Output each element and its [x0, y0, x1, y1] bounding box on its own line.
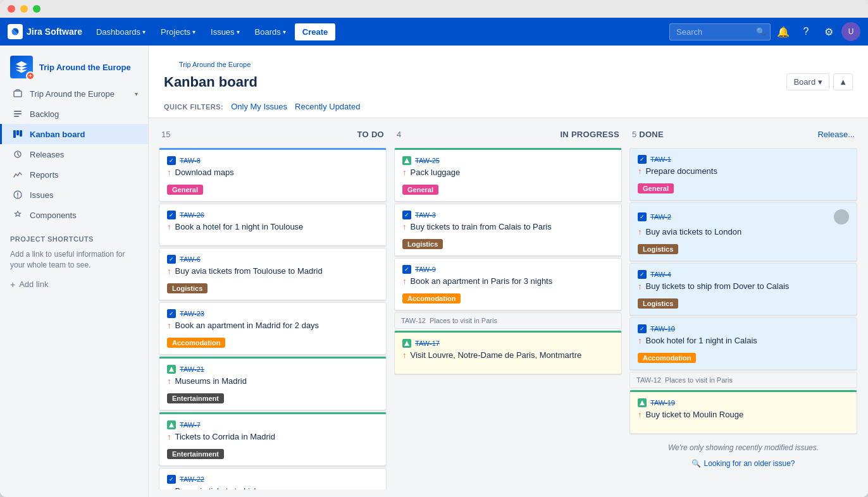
- taw2-avatar: [834, 209, 849, 224]
- issues-caret: ▾: [237, 28, 240, 35]
- sidebar-item-releases[interactable]: Releases: [0, 144, 148, 164]
- taw4-label: Logistics: [638, 298, 678, 309]
- projects-nav-btn[interactable]: Projects ▾: [154, 23, 202, 40]
- release-link[interactable]: Release...: [817, 130, 855, 139]
- card-taw7[interactable]: TAW-7 ↑ Tickets to Corrida in Madrid Ent…: [159, 412, 387, 466]
- boards-nav-btn[interactable]: Boards ▾: [249, 23, 292, 40]
- sidebar-project-header[interactable]: Trip Around the Europe: [0, 46, 148, 83]
- taw1-label: General: [638, 183, 674, 193]
- taw7-title: Tickets to Corrida in Madrid: [175, 432, 275, 441]
- taw22-title: Buy avia tickets to Lisbon: [175, 486, 268, 489]
- taw22-id[interactable]: TAW-22: [180, 476, 204, 483]
- taw25-label: General: [402, 185, 438, 195]
- taw7-id[interactable]: TAW-7: [180, 421, 201, 429]
- trip-label: Trip Around the Europe: [30, 89, 115, 99]
- taw19-title: Buy ticket to Moulin Rouge: [646, 410, 744, 419]
- add-link-btn[interactable]: + Add link: [0, 276, 148, 293]
- search-input[interactable]: [669, 23, 771, 40]
- nav-logo[interactable]: Jira Software: [8, 24, 82, 39]
- svg-rect-1: [14, 111, 22, 112]
- projects-label: Projects: [161, 27, 190, 37]
- card-taw26[interactable]: TAW-26 ↑ Book a hotel for 1 night in Tou…: [159, 204, 387, 246]
- quick-filters: QUICK FILTERS: Only My Issues Recently U…: [164, 95, 853, 118]
- sidebar-item-backlog[interactable]: Backlog: [0, 104, 148, 124]
- taw6-priority-icon: ↑: [167, 266, 171, 276]
- taw2-id[interactable]: TAW-2: [650, 213, 671, 221]
- kanban-board: 15 To Do TAW-8 ↑ Download maps: [149, 118, 868, 497]
- reports-label: Reports: [30, 170, 59, 180]
- card-taw23[interactable]: TAW-23 ↑ Book an apartment in Madrid for…: [159, 302, 387, 355]
- card-taw1[interactable]: TAW-1 ↑ Prepare documents General: [629, 148, 857, 200]
- card-taw8[interactable]: TAW-8 ↑ Download maps General: [159, 148, 387, 202]
- taw2-title: Buy avia tickets to London: [646, 227, 742, 236]
- sidebar-item-issues[interactable]: Issues: [0, 185, 148, 205]
- help-btn[interactable]: ?: [796, 21, 816, 42]
- card-taw3[interactable]: TAW-3 ↑ Buy tickets to train from Calais…: [394, 204, 622, 256]
- col-done-count: 5: [632, 130, 636, 139]
- filter-recently-updated-btn[interactable]: Recently Updated: [295, 101, 360, 113]
- taw21-id[interactable]: TAW-21: [180, 365, 204, 373]
- dashboards-nav-btn[interactable]: Dashboards ▾: [90, 23, 152, 40]
- taw6-id[interactable]: TAW-6: [180, 255, 201, 263]
- card-taw25[interactable]: TAW-25 ↑ Pack luggage General: [394, 148, 622, 202]
- minimize-dot[interactable]: [20, 5, 28, 13]
- user-avatar[interactable]: U: [841, 22, 860, 41]
- issues-nav-btn[interactable]: Issues ▾: [204, 23, 246, 40]
- card-taw19[interactable]: TAW-19 ↑ Buy ticket to Moulin Rouge: [629, 390, 857, 434]
- swimlane-inprogress-paris[interactable]: TAW-12 Places to visit in Paris: [394, 312, 622, 329]
- taw23-id[interactable]: TAW-23: [180, 310, 204, 317]
- sidebar-item-kanban[interactable]: Kanban board: [0, 124, 148, 144]
- dashboards-caret: ▾: [142, 28, 146, 35]
- taw1-id[interactable]: TAW-1: [650, 156, 671, 163]
- older-issues-link[interactable]: 🔍 Looking for an older issue?: [629, 459, 857, 468]
- sidebar-item-components[interactable]: Components: [0, 205, 148, 225]
- notifications-btn[interactable]: 🔔: [773, 21, 793, 42]
- card-taw6[interactable]: TAW-6 ↑ Buy avia tickets from Toulouse t…: [159, 248, 387, 300]
- card-taw4[interactable]: TAW-4 ↑ Buy tickets to ship from Dover t…: [629, 263, 857, 316]
- reports-icon: [12, 169, 23, 180]
- taw4-id[interactable]: TAW-4: [650, 271, 671, 278]
- card-taw9[interactable]: TAW-9 ↑ Book an apartment in Paris for 3…: [394, 258, 622, 310]
- components-label: Components: [30, 211, 77, 220]
- backlog-label: Backlog: [30, 109, 59, 119]
- taw3-id[interactable]: TAW-3: [415, 211, 436, 219]
- card-taw17[interactable]: TAW-17 ↑ Visit Louvre, Notre-Dame de Par…: [394, 331, 622, 374]
- card-taw10[interactable]: TAW-10 ↑ Book hotel for 1 night in Calai…: [629, 317, 857, 370]
- sidebar-item-trip[interactable]: Trip Around the Europe ▾: [0, 83, 148, 104]
- taw26-id[interactable]: TAW-26: [180, 211, 204, 219]
- trip-icon: [12, 88, 23, 99]
- breadcrumb-project-link[interactable]: Trip Around the Europe: [179, 61, 251, 68]
- taw6-check-icon: [167, 255, 176, 264]
- taw17-title: Visit Louvre, Notre-Dame de Paris, Montm…: [411, 350, 582, 360]
- card-taw2[interactable]: TAW-2 ↑ Buy avia tickets to London Logis…: [629, 202, 857, 261]
- collapse-btn[interactable]: ▲: [833, 73, 853, 90]
- maximize-dot[interactable]: [33, 5, 40, 13]
- taw19-id[interactable]: TAW-19: [650, 399, 675, 407]
- card-taw21[interactable]: TAW-21 ↑ Museums in Madrid Entertainment: [159, 357, 387, 410]
- create-btn[interactable]: Create: [295, 23, 335, 40]
- taw19-story-icon: [638, 398, 647, 407]
- taw26-check-icon: [167, 211, 176, 219]
- col-todo-count: 15: [161, 130, 170, 139]
- taw9-id[interactable]: TAW-9: [415, 266, 436, 273]
- card-taw22[interactable]: TAW-22 ↑ Buy avia tickets to Lisbon Logi…: [159, 468, 387, 489]
- filter-my-issues-btn[interactable]: Only My Issues: [231, 101, 287, 113]
- taw1-check-icon: [638, 155, 647, 164]
- svg-rect-4: [13, 130, 16, 138]
- taw25-id[interactable]: TAW-25: [415, 157, 440, 164]
- board-view-btn[interactable]: Board ▾: [786, 73, 829, 90]
- sidebar-project-name[interactable]: Trip Around the Europe: [39, 63, 138, 72]
- breadcrumb: Trip Around the Europe: [164, 56, 853, 68]
- taw8-id[interactable]: TAW-8: [180, 157, 201, 164]
- taw21-story-icon: [167, 365, 176, 374]
- sidebar-item-reports[interactable]: Reports: [0, 164, 148, 185]
- close-dot[interactable]: [8, 5, 15, 13]
- boards-caret: ▾: [283, 28, 286, 35]
- svg-rect-5: [16, 130, 19, 135]
- taw21-label: Entertainment: [167, 393, 224, 403]
- kanban-icon: [12, 128, 23, 140]
- swimlane-done-paris[interactable]: TAW-12 Places to visit in Paris: [629, 372, 857, 388]
- settings-btn[interactable]: ⚙: [819, 21, 839, 42]
- taw17-id[interactable]: TAW-17: [415, 340, 440, 347]
- taw10-id[interactable]: TAW-10: [650, 325, 675, 333]
